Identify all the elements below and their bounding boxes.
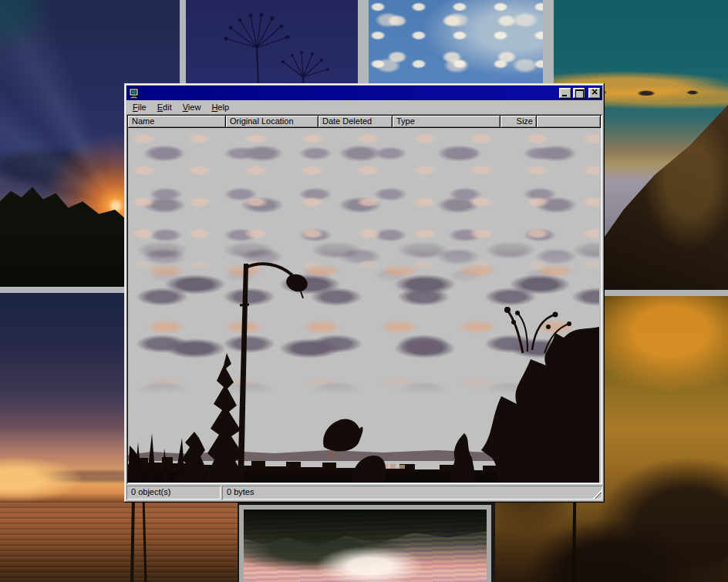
- sunset-scene-silhouettes: [128, 128, 599, 483]
- column-header-size[interactable]: Size: [501, 116, 537, 128]
- list-view-client: Name Original Location Date Deleted Type…: [126, 114, 602, 484]
- menu-help[interactable]: Help: [206, 101, 234, 113]
- wallpaper-photo-reflection: [239, 505, 491, 582]
- column-header-filler: [537, 116, 601, 128]
- title-bar[interactable]: [126, 86, 602, 100]
- column-header-type[interactable]: Type: [393, 116, 501, 128]
- minimize-button[interactable]: [559, 88, 571, 99]
- menu-edit[interactable]: Edit: [152, 101, 177, 113]
- file-list-area[interactable]: [128, 128, 599, 483]
- status-bar: 0 object(s) 0 bytes: [126, 486, 602, 500]
- water-ripples: [0, 501, 238, 582]
- computer-icon: [128, 88, 140, 99]
- status-bytes: 0 bytes: [222, 486, 602, 500]
- resize-grip[interactable]: [592, 489, 602, 499]
- menu-view[interactable]: View: [177, 101, 207, 113]
- column-header-row: Name Original Location Date Deleted Type…: [128, 116, 601, 128]
- column-header-name[interactable]: Name: [128, 116, 226, 128]
- close-button[interactable]: [588, 88, 601, 99]
- status-objects: 0 object(s): [126, 486, 221, 500]
- menu-file[interactable]: File: [127, 101, 152, 113]
- recycle-bin-window: File Edit View Help Name Original Locati…: [124, 83, 605, 503]
- maximize-button[interactable]: [573, 88, 585, 99]
- status-bytes-text: 0 bytes: [227, 487, 254, 496]
- tree-reflection: [244, 510, 487, 550]
- column-header-original-location[interactable]: Original Location: [226, 116, 318, 128]
- menu-bar: File Edit View Help: [126, 100, 602, 114]
- column-header-date-deleted[interactable]: Date Deleted: [318, 116, 393, 128]
